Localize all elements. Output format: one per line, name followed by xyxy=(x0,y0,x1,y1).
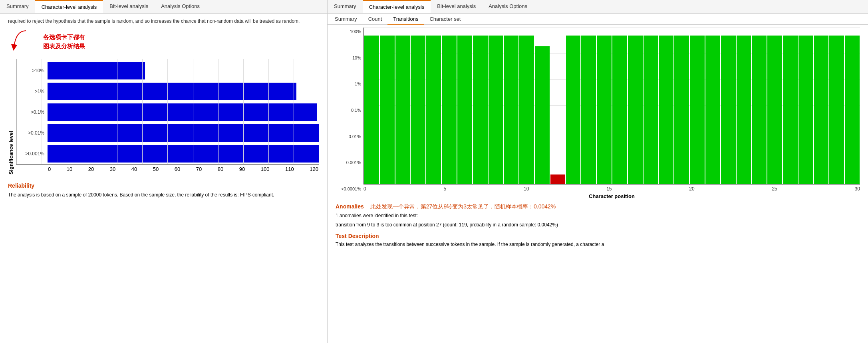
right-bar-9 xyxy=(503,28,519,184)
right-tabs-top: Summary Character-level analysis Bit-lev… xyxy=(328,0,868,14)
anomalies-detail1: 1 anomalies were identified in this test… xyxy=(336,212,860,220)
right-bars-area xyxy=(363,28,860,184)
right-content: 100% 10% 1% 0.1% 0.01% 0.001% <0.0001% xyxy=(328,25,868,343)
right-bar-13 xyxy=(566,28,581,184)
right-bar-16 xyxy=(612,28,628,184)
reliability-text: The analysis is based on a sample of 200… xyxy=(8,191,319,198)
right-chart-body: 0 5 10 15 20 25 30 Character position xyxy=(363,28,860,199)
right-bar-8 xyxy=(488,28,504,184)
bar-label-1: >10% xyxy=(16,68,44,73)
test-description-text: This test analyzes the transitions betwe… xyxy=(336,241,860,248)
test-description-title: Test Description xyxy=(336,233,860,239)
annotation-arrow xyxy=(8,29,32,54)
right-bar-5 xyxy=(441,28,457,184)
bar-fill-1 xyxy=(48,62,145,79)
right-x-tick-5: 5 xyxy=(443,186,446,192)
bar-fill-4 xyxy=(48,124,319,142)
right-tab-bit[interactable]: Bit-level analysis xyxy=(431,0,482,13)
x-tick-30: 30 xyxy=(110,166,115,172)
x-tick-40: 40 xyxy=(131,166,137,172)
bar-row-3: >0.1% xyxy=(16,102,319,123)
y-tick-10: 10% xyxy=(352,56,361,60)
right-bar-18 xyxy=(643,28,659,184)
right-bar-24 xyxy=(736,28,752,184)
anomalies-title: Anomalies xyxy=(336,203,364,210)
left-tab-bit[interactable]: Bit-level analysis xyxy=(103,0,155,13)
right-x-tick-10: 10 xyxy=(524,186,529,192)
bar-chart-area: Significance level xyxy=(8,59,319,174)
bar-row-2: >1% xyxy=(16,81,319,102)
left-tabs: Summary Character-level analysis Bit-lev… xyxy=(0,0,327,14)
left-tab-options[interactable]: Analysis Options xyxy=(155,0,206,13)
right-bar-7 xyxy=(473,28,488,184)
bar-1 xyxy=(48,62,319,79)
bar-3 xyxy=(48,103,319,121)
right-bar-28 xyxy=(798,28,814,184)
bar-label-3: >0.1% xyxy=(16,109,44,115)
y-tick-0001: 0.001% xyxy=(346,160,361,165)
x-tick-20: 20 xyxy=(88,166,94,172)
right-bar-26 xyxy=(767,28,783,184)
x-tick-100: 100 xyxy=(261,166,270,172)
y-tick-00001: <0.0001% xyxy=(341,186,361,191)
right-tab-character[interactable]: Character-level analysis xyxy=(363,0,431,13)
right-bar-17 xyxy=(628,28,643,184)
sub-tab-count[interactable]: Count xyxy=(363,14,388,24)
bar-fill-3 xyxy=(48,103,317,121)
right-bar-29 xyxy=(814,28,829,184)
bar-2 xyxy=(48,83,319,100)
sub-tab-charset[interactable]: Character set xyxy=(424,14,466,24)
annotation-container: 各选项卡下都有图表及分析结果 xyxy=(8,29,319,55)
bar-5 xyxy=(48,145,319,163)
right-bar-12 xyxy=(550,28,566,184)
right-bar-2 xyxy=(395,28,411,184)
y-tick-1: 1% xyxy=(355,81,361,86)
right-tab-options[interactable]: Analysis Options xyxy=(482,0,534,13)
x-axis-ticks: 0 10 20 30 40 50 60 70 80 90 100 110 120 xyxy=(47,166,319,172)
sub-tab-transitions[interactable]: Transitions xyxy=(387,14,424,25)
right-bar-10 xyxy=(519,28,534,184)
right-bar-25 xyxy=(751,28,767,184)
right-x-axis-label: Character position xyxy=(363,193,860,199)
reliability-section: Reliability The analysis is based on a s… xyxy=(8,182,319,198)
right-x-tick-15: 15 xyxy=(606,186,612,192)
y-axis-label: Significance level xyxy=(8,59,14,174)
right-bar-30 xyxy=(829,28,844,184)
top-description-text: required to reject the hypothesis that t… xyxy=(8,18,319,25)
x-tick-90: 90 xyxy=(239,166,245,172)
transitions-chart: 100% 10% 1% 0.1% 0.01% 0.001% <0.0001% xyxy=(336,28,860,199)
right-tab-summary[interactable]: Summary xyxy=(328,0,363,13)
bar-fill-2 xyxy=(48,83,296,100)
chart-container: >10% >1% >0.1% xyxy=(16,59,319,174)
bar-label-2: >1% xyxy=(16,89,44,94)
test-description-section: Test Description This test analyzes the … xyxy=(336,229,860,248)
bar-fill-5 xyxy=(48,145,319,163)
right-bar-19 xyxy=(658,28,674,184)
y-tick-100: 100% xyxy=(350,29,361,34)
y-tick-001: 0.01% xyxy=(349,134,361,139)
x-tick-80: 80 xyxy=(218,166,223,172)
right-bar-0 xyxy=(364,28,379,184)
right-x-tick-30: 30 xyxy=(855,186,860,192)
right-x-axis: 0 5 10 15 20 25 30 xyxy=(363,184,860,192)
right-panel: Summary Character-level analysis Bit-lev… xyxy=(328,0,868,343)
right-sub-tabs: Summary Count Transitions Character set xyxy=(328,14,868,25)
bar-row-5: >0.001% xyxy=(16,143,319,164)
x-tick-50: 50 xyxy=(153,166,159,172)
anomalies-section: Anomalies 此处发现一个异常，第27位从9转变为3太常见了，随机样本概率… xyxy=(336,203,860,229)
sub-tab-summary[interactable]: Summary xyxy=(329,14,363,24)
x-tick-10: 10 xyxy=(67,166,72,172)
left-panel: Summary Character-level analysis Bit-lev… xyxy=(0,0,328,343)
bar-label-4: >0.01% xyxy=(16,130,44,136)
left-tab-summary[interactable]: Summary xyxy=(0,0,35,13)
x-tick-120: 120 xyxy=(310,166,318,172)
right-bar-15 xyxy=(596,28,612,184)
right-x-tick-0: 0 xyxy=(363,186,366,192)
left-tab-character[interactable]: Character-level analysis xyxy=(35,0,103,13)
y-tick-01: 0.1% xyxy=(351,108,361,113)
left-content: required to reject the hypothesis that t… xyxy=(0,14,327,343)
anomalies-chinese: 此处发现一个异常，第27位从9转变为3太常见了，随机样本概率：0.0042% xyxy=(370,203,556,210)
right-bar-14 xyxy=(581,28,596,184)
reliability-title: Reliability xyxy=(8,182,319,189)
anomalies-detail2: transition from 9 to 3 is too common at … xyxy=(336,221,860,229)
